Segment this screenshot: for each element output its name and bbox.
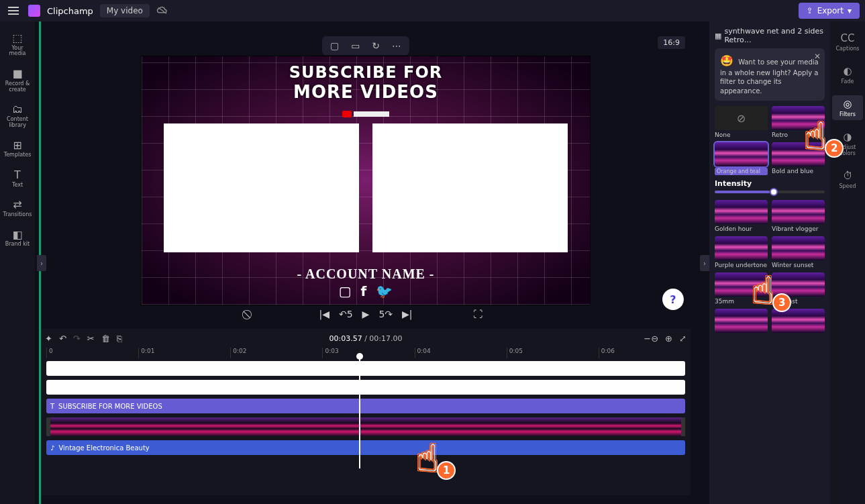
tab-filters[interactable]: ◎Filters bbox=[832, 95, 863, 120]
crop-button[interactable]: ▢ bbox=[326, 39, 343, 52]
filter-grid: ⊘None Retro Orange and teal Bold and blu… bbox=[715, 106, 825, 175]
skip-start-button[interactable]: |◀ bbox=[319, 309, 329, 319]
zoom-in-button[interactable]: ⊕ bbox=[665, 334, 672, 344]
tab-adjust-colors[interactable]: ◑Adjust colors bbox=[832, 128, 863, 159]
sync-icon[interactable] bbox=[156, 5, 168, 17]
fullscreen-button[interactable]: ⛶ bbox=[473, 309, 482, 319]
play-button[interactable]: ▶ bbox=[362, 309, 370, 319]
filter-bold-and-blue[interactable]: Bold and blue bbox=[772, 142, 825, 175]
filter-more-2[interactable] bbox=[772, 309, 825, 333]
intensity-label: Intensity bbox=[715, 179, 825, 188]
canvas-video-slots bbox=[164, 123, 567, 252]
filters-icon: ◎ bbox=[843, 98, 852, 110]
redo-button[interactable]: ↷ bbox=[73, 334, 81, 344]
aspect-badge[interactable]: 16:9 bbox=[658, 36, 685, 49]
sidebar-item-brand-kit[interactable]: ◧Brand kit bbox=[2, 226, 33, 250]
skip-end-button[interactable]: ▶| bbox=[402, 309, 412, 319]
left-sidebar: ⬚Your media ■Record & create 🗂Content li… bbox=[0, 21, 35, 504]
tab-speed[interactable]: ⏱Speed bbox=[832, 167, 863, 192]
filter-none[interactable]: ⊘None bbox=[715, 106, 768, 138]
text-clip-icon: T bbox=[50, 403, 54, 410]
facebook-icon: f bbox=[361, 283, 367, 299]
track-empty-2[interactable] bbox=[46, 380, 685, 395]
filter-winter-sunset[interactable]: Winter sunset bbox=[772, 236, 825, 268]
track-audio-clip[interactable]: ♪ Vintage Electronica Beauty bbox=[46, 440, 685, 455]
app-name: Clipchamp bbox=[47, 6, 93, 16]
canvas-social-icons: ▢ f 🐦 bbox=[142, 283, 590, 299]
filter-tip: 🤩 Want to see your media in a whole new … bbox=[715, 48, 825, 101]
sidebar-item-templates[interactable]: ⊞Templates bbox=[2, 137, 33, 161]
canvas-account-name: - ACCOUNT NAME - bbox=[142, 266, 590, 282]
templates-icon: ⊞ bbox=[13, 140, 21, 152]
timeline-ruler[interactable]: 00:010:020:030:040:050:06 bbox=[41, 348, 691, 358]
zoom-fit-button[interactable]: ⤢ bbox=[679, 334, 686, 344]
filter-grid-2: Golden hour Vibrant vlogger Purple under… bbox=[715, 200, 825, 333]
instagram-icon: ▢ bbox=[339, 283, 352, 299]
rotate-button[interactable]: ↻ bbox=[368, 39, 384, 52]
track-empty-1[interactable] bbox=[46, 361, 685, 376]
split-button[interactable]: ✂ bbox=[87, 334, 95, 344]
speed-icon: ⏱ bbox=[843, 170, 853, 182]
canvas-youtube-badge bbox=[342, 110, 389, 118]
forward-5-button[interactable]: 5↷ bbox=[378, 309, 393, 319]
filter-35mm[interactable]: 35mm bbox=[715, 272, 768, 305]
duplicate-button[interactable]: ⎘ bbox=[117, 334, 122, 344]
media-icon: ⬚ bbox=[12, 32, 22, 44]
twitter-icon: 🐦 bbox=[376, 283, 393, 299]
preview-toolbar: ▢ ▭ ↻ ⋯ bbox=[322, 36, 409, 55]
panel-collapse-button[interactable]: › bbox=[700, 255, 709, 271]
project-name[interactable]: My video bbox=[100, 4, 150, 17]
close-icon[interactable]: ✕ bbox=[814, 51, 821, 62]
fade-icon: ◐ bbox=[843, 65, 852, 77]
brand-icon: ◧ bbox=[12, 229, 22, 241]
intensity-slider[interactable] bbox=[715, 191, 825, 193]
adjust-icon: ◑ bbox=[843, 131, 852, 143]
clip-title: ▦ synthwave net and 2 sides Retro… bbox=[715, 27, 825, 44]
help-button[interactable]: ? bbox=[662, 289, 684, 310]
filter-more-1[interactable] bbox=[715, 309, 768, 333]
tab-fade[interactable]: ◐Fade bbox=[832, 62, 863, 87]
track-video-clip[interactable] bbox=[46, 417, 685, 436]
preview-canvas[interactable]: SUBSCRIBE FOR MORE VIDEOS - ACCOUNT NAME… bbox=[142, 56, 590, 305]
filter-retro[interactable]: Retro bbox=[772, 106, 825, 138]
filter-purple-undertone[interactable]: Purple undertone bbox=[715, 236, 768, 268]
filter-golden-hour[interactable]: Golden hour bbox=[715, 200, 768, 232]
text-icon: T bbox=[14, 169, 21, 181]
export-button[interactable]: ⇪ Export ▾ bbox=[799, 3, 860, 19]
filter-vibrant-vlogger[interactable]: Vibrant vlogger bbox=[772, 200, 825, 232]
playhead[interactable] bbox=[359, 358, 360, 468]
delete-button[interactable]: 🗑 bbox=[101, 334, 110, 344]
library-icon: 🗂 bbox=[12, 103, 23, 115]
properties-panel: ▦ synthwave net and 2 sides Retro… 🤩 Wan… bbox=[709, 21, 830, 504]
sidebar-item-transitions[interactable]: ⇄Transitions bbox=[2, 196, 33, 220]
chevron-down-icon: ▾ bbox=[848, 6, 852, 15]
undo-button[interactable]: ↶ bbox=[59, 334, 66, 344]
sidebar-item-your-media[interactable]: ⬚Your media bbox=[2, 30, 33, 60]
transitions-icon: ⇄ bbox=[13, 199, 21, 211]
upload-icon: ⇪ bbox=[807, 6, 813, 15]
pip-button[interactable]: ▭ bbox=[347, 39, 364, 52]
emoji-icon: 🤩 bbox=[720, 54, 733, 67]
panel-expand-button[interactable]: › bbox=[37, 255, 46, 271]
menu-icon[interactable] bbox=[5, 4, 21, 17]
track-text-clip[interactable]: T SUBSCRIBE FOR MORE VIDEOS bbox=[46, 399, 685, 413]
music-icon: ♪ bbox=[50, 444, 54, 452]
rewind-5-button[interactable]: ↶5 bbox=[339, 309, 353, 319]
properties-tabs: CCCaptions ◐Fade ◎Filters ◑Adjust colors… bbox=[830, 21, 865, 504]
captions-icon: CC bbox=[841, 32, 855, 44]
more-button[interactable]: ⋯ bbox=[388, 39, 405, 52]
tab-captions[interactable]: CCCaptions bbox=[832, 30, 863, 54]
sidebar-item-content-library[interactable]: 🗂Content library bbox=[2, 101, 33, 131]
record-icon: ■ bbox=[12, 68, 22, 80]
playbar: ⃠ |◀ ↶5 ▶ 5↷ ▶| ⛶ bbox=[142, 305, 590, 323]
topbar: Clipchamp My video ⇪ Export ▾ bbox=[0, 0, 865, 21]
app-logo bbox=[28, 5, 40, 17]
filter-contrast[interactable]: Contrast bbox=[772, 272, 825, 305]
zoom-out-button[interactable]: −⊖ bbox=[644, 334, 658, 344]
sidebar-item-record[interactable]: ■Record & create bbox=[2, 65, 33, 95]
filter-orange-and-teal[interactable]: Orange and teal bbox=[715, 142, 768, 175]
canvas-slot-2 bbox=[372, 123, 568, 252]
sidebar-item-text[interactable]: TText bbox=[2, 166, 33, 191]
auto-button[interactable]: ✦ bbox=[45, 334, 52, 344]
preview-wrap: ▢ ▭ ↻ ⋯ 16:9 SUBSCRIBE FOR MORE VIDEOS -… bbox=[41, 21, 691, 329]
